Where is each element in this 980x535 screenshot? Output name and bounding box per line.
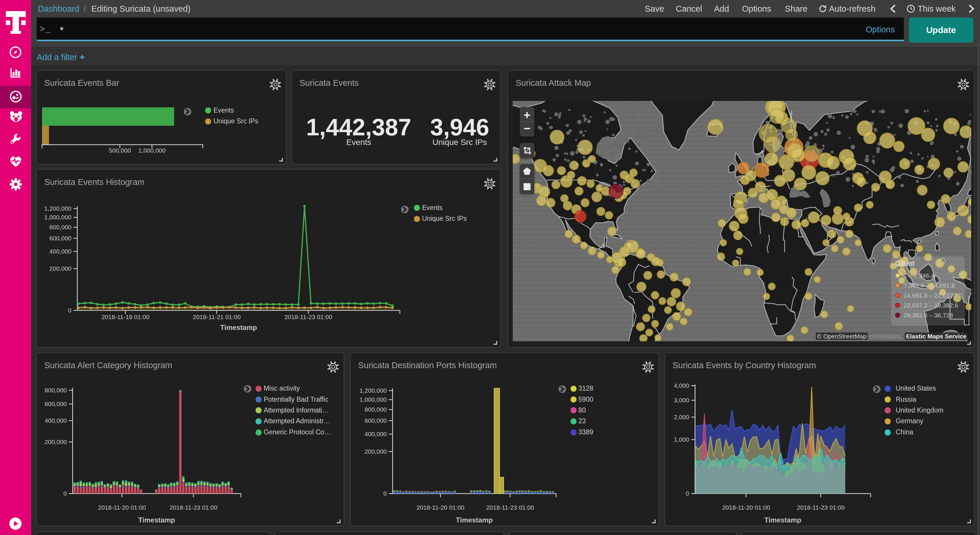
svg-text:0: 0	[686, 490, 689, 497]
svg-text:800,000: 800,000	[364, 406, 387, 413]
svg-text:3,000: 3,000	[674, 397, 689, 403]
svg-text:2018-11-20 01:00: 2018-11-20 01:00	[98, 504, 146, 511]
svg-text:2,000: 2,000	[674, 414, 689, 420]
svg-text:1,000,000: 1,000,000	[138, 147, 165, 154]
svg-text:4,000: 4,000	[674, 382, 689, 389]
svg-text:2018-11-21 01:00: 2018-11-21 01:00	[193, 314, 240, 320]
svg-text:Timestamp: Timestamp	[138, 516, 175, 524]
svg-text:400,000: 400,000	[364, 431, 387, 437]
svg-text:2018-11-19 01:00: 2018-11-19 01:00	[102, 314, 150, 320]
svg-text:0: 0	[383, 490, 387, 497]
svg-text:0: 0	[63, 490, 67, 497]
svg-text:1,200,000: 1,200,000	[360, 387, 387, 394]
svg-text:2018-11-20 01:00: 2018-11-20 01:00	[417, 504, 465, 511]
svg-text:800,000: 800,000	[45, 387, 67, 393]
svg-text:1,000: 1,000	[674, 436, 689, 443]
svg-text:2018-11-23 01:00: 2018-11-23 01:00	[285, 314, 332, 320]
svg-text:2018-11-23 01:00: 2018-11-23 01:00	[486, 504, 534, 511]
svg-text:2018-11-23 01:00: 2018-11-23 01:00	[169, 504, 217, 511]
svg-text:1,000,000: 1,000,000	[360, 396, 387, 403]
svg-text:Timestamp: Timestamp	[764, 516, 801, 524]
svg-text:600,000: 600,000	[364, 417, 387, 424]
svg-text:2018-11-23 01:00: 2018-11-23 01:00	[797, 504, 845, 511]
svg-text:0: 0	[68, 307, 72, 314]
svg-text:200,000: 200,000	[45, 438, 67, 445]
svg-text:600,000: 600,000	[45, 401, 67, 407]
svg-text:400,000: 400,000	[49, 248, 72, 255]
svg-text:800,000: 800,000	[49, 224, 72, 231]
svg-text:Timestamp: Timestamp	[456, 516, 493, 524]
svg-text:2018-11-20 01:00: 2018-11-20 01:00	[722, 504, 770, 511]
svg-text:200,000: 200,000	[364, 448, 387, 455]
svg-text:600,000: 600,000	[49, 235, 72, 242]
svg-text:1,000,000: 1,000,000	[45, 214, 72, 221]
svg-text:1,200,000: 1,200,000	[45, 205, 72, 212]
svg-text:Timestamp: Timestamp	[220, 323, 257, 331]
svg-text:200,000: 200,000	[49, 265, 72, 272]
svg-text:500,000: 500,000	[109, 147, 131, 154]
svg-text:400,000: 400,000	[45, 417, 67, 424]
